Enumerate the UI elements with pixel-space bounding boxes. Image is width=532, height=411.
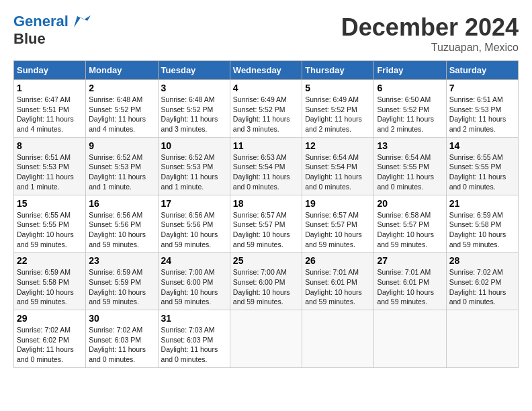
logo: General Blue <box>13 13 91 47</box>
calendar-cell: 13 Sunrise: 6:54 AMSunset: 5:55 PMDaylig… <box>374 137 446 195</box>
page-header: General Blue December 2024 Tuzuapan, Mex… <box>13 13 519 54</box>
day-number: 17 <box>161 198 227 209</box>
day-info: Sunrise: 6:51 AMSunset: 5:53 PMDaylight:… <box>449 95 506 133</box>
day-number: 5 <box>305 83 371 93</box>
day-info: Sunrise: 7:01 AMSunset: 6:01 PMDaylight:… <box>377 268 434 306</box>
day-info: Sunrise: 7:03 AMSunset: 6:03 PMDaylight:… <box>161 326 218 363</box>
calendar-row-1: 1 Sunrise: 6:47 AMSunset: 5:51 PMDayligh… <box>14 80 519 138</box>
calendar-cell <box>446 310 518 368</box>
calendar-cell: 5 Sunrise: 6:49 AMSunset: 5:52 PMDayligh… <box>302 80 374 138</box>
calendar-cell <box>374 310 446 368</box>
day-info: Sunrise: 6:49 AMSunset: 5:52 PMDaylight:… <box>233 95 290 133</box>
day-number: 25 <box>233 255 299 266</box>
col-tuesday: Tuesday <box>158 61 230 80</box>
calendar-row-4: 22 Sunrise: 6:59 AMSunset: 5:58 PMDaylig… <box>14 253 519 310</box>
day-info: Sunrise: 7:00 AMSunset: 6:00 PMDaylight:… <box>161 268 218 306</box>
day-number: 13 <box>377 140 443 151</box>
day-number: 21 <box>449 198 515 209</box>
day-number: 23 <box>89 255 154 266</box>
day-info: Sunrise: 6:59 AMSunset: 5:59 PMDaylight:… <box>89 268 146 306</box>
calendar-cell: 29 Sunrise: 7:02 AMSunset: 6:02 PMDaylig… <box>14 310 86 368</box>
calendar-cell: 17 Sunrise: 6:56 AMSunset: 5:56 PMDaylig… <box>158 195 230 253</box>
month-title: December 2024 <box>341 13 519 42</box>
day-number: 26 <box>305 255 371 266</box>
day-info: Sunrise: 6:55 AMSunset: 5:55 PMDaylight:… <box>449 153 506 191</box>
day-info: Sunrise: 6:49 AMSunset: 5:52 PMDaylight:… <box>305 95 362 133</box>
calendar-cell: 26 Sunrise: 7:01 AMSunset: 6:01 PMDaylig… <box>302 253 374 310</box>
day-number: 14 <box>449 140 515 151</box>
calendar-cell: 18 Sunrise: 6:57 AMSunset: 5:57 PMDaylig… <box>230 195 302 253</box>
day-number: 24 <box>161 255 227 266</box>
day-number: 9 <box>89 140 154 151</box>
day-number: 6 <box>377 83 443 93</box>
calendar-cell: 11 Sunrise: 6:53 AMSunset: 5:54 PMDaylig… <box>230 137 302 195</box>
calendar-cell: 23 Sunrise: 6:59 AMSunset: 5:59 PMDaylig… <box>86 253 158 310</box>
day-number: 20 <box>377 198 443 209</box>
day-number: 2 <box>89 83 154 93</box>
day-info: Sunrise: 6:56 AMSunset: 5:56 PMDaylight:… <box>89 211 146 248</box>
day-info: Sunrise: 6:58 AMSunset: 5:57 PMDaylight:… <box>377 211 434 248</box>
location: Tuzuapan, Mexico <box>341 42 519 54</box>
calendar-cell <box>230 310 302 368</box>
day-info: Sunrise: 7:02 AMSunset: 6:02 PMDaylight:… <box>17 326 74 363</box>
day-number: 18 <box>233 198 299 209</box>
col-monday: Monday <box>86 61 158 80</box>
day-info: Sunrise: 6:54 AMSunset: 5:55 PMDaylight:… <box>377 153 434 191</box>
calendar-cell: 16 Sunrise: 6:56 AMSunset: 5:56 PMDaylig… <box>86 195 158 253</box>
day-info: Sunrise: 6:57 AMSunset: 5:57 PMDaylight:… <box>305 211 362 248</box>
calendar-cell: 15 Sunrise: 6:55 AMSunset: 5:55 PMDaylig… <box>14 195 86 253</box>
calendar-cell: 1 Sunrise: 6:47 AMSunset: 5:51 PMDayligh… <box>14 80 86 138</box>
header-row: Sunday Monday Tuesday Wednesday Thursday… <box>14 61 519 80</box>
calendar-row-5: 29 Sunrise: 7:02 AMSunset: 6:02 PMDaylig… <box>14 310 519 368</box>
col-sunday: Sunday <box>14 61 86 80</box>
calendar-table: Sunday Monday Tuesday Wednesday Thursday… <box>13 60 519 368</box>
day-number: 3 <box>161 83 227 93</box>
day-number: 19 <box>305 198 371 209</box>
day-info: Sunrise: 6:51 AMSunset: 5:53 PMDaylight:… <box>17 153 74 191</box>
day-number: 15 <box>17 198 83 209</box>
day-info: Sunrise: 6:52 AMSunset: 5:53 PMDaylight:… <box>161 153 218 191</box>
calendar-cell: 21 Sunrise: 6:59 AMSunset: 5:58 PMDaylig… <box>446 195 518 253</box>
day-number: 1 <box>17 83 83 93</box>
day-number: 29 <box>17 313 83 324</box>
day-number: 4 <box>233 83 299 93</box>
calendar-cell: 31 Sunrise: 7:03 AMSunset: 6:03 PMDaylig… <box>158 310 230 368</box>
day-info: Sunrise: 6:52 AMSunset: 5:53 PMDaylight:… <box>89 153 146 191</box>
calendar-cell: 9 Sunrise: 6:52 AMSunset: 5:53 PMDayligh… <box>86 137 158 195</box>
day-info: Sunrise: 6:50 AMSunset: 5:52 PMDaylight:… <box>377 95 434 133</box>
calendar-cell: 27 Sunrise: 7:01 AMSunset: 6:01 PMDaylig… <box>374 253 446 310</box>
calendar-cell: 4 Sunrise: 6:49 AMSunset: 5:52 PMDayligh… <box>230 80 302 138</box>
calendar-cell: 28 Sunrise: 7:02 AMSunset: 6:02 PMDaylig… <box>446 253 518 310</box>
calendar-row-2: 8 Sunrise: 6:51 AMSunset: 5:53 PMDayligh… <box>14 137 519 195</box>
day-info: Sunrise: 6:56 AMSunset: 5:56 PMDaylight:… <box>161 211 218 248</box>
day-info: Sunrise: 6:59 AMSunset: 5:58 PMDaylight:… <box>449 211 506 248</box>
day-info: Sunrise: 7:02 AMSunset: 6:02 PMDaylight:… <box>449 268 506 306</box>
day-info: Sunrise: 6:53 AMSunset: 5:54 PMDaylight:… <box>233 153 290 191</box>
day-number: 10 <box>161 140 227 151</box>
day-number: 16 <box>89 198 154 209</box>
calendar-cell: 19 Sunrise: 6:57 AMSunset: 5:57 PMDaylig… <box>302 195 374 253</box>
day-number: 28 <box>449 255 515 266</box>
calendar-row-3: 15 Sunrise: 6:55 AMSunset: 5:55 PMDaylig… <box>14 195 519 253</box>
day-info: Sunrise: 7:01 AMSunset: 6:01 PMDaylight:… <box>305 268 362 306</box>
calendar-cell: 12 Sunrise: 6:54 AMSunset: 5:54 PMDaylig… <box>302 137 374 195</box>
col-saturday: Saturday <box>446 61 518 80</box>
calendar-cell <box>302 310 374 368</box>
day-info: Sunrise: 6:54 AMSunset: 5:54 PMDaylight:… <box>305 153 362 191</box>
col-friday: Friday <box>374 61 446 80</box>
day-number: 30 <box>89 313 154 324</box>
day-info: Sunrise: 6:59 AMSunset: 5:58 PMDaylight:… <box>17 268 74 306</box>
calendar-cell: 7 Sunrise: 6:51 AMSunset: 5:53 PMDayligh… <box>446 80 518 138</box>
calendar-cell: 2 Sunrise: 6:48 AMSunset: 5:52 PMDayligh… <box>86 80 158 138</box>
day-info: Sunrise: 6:48 AMSunset: 5:52 PMDaylight:… <box>161 95 218 133</box>
day-info: Sunrise: 6:55 AMSunset: 5:55 PMDaylight:… <box>17 211 74 248</box>
col-wednesday: Wednesday <box>230 61 302 80</box>
calendar-cell: 24 Sunrise: 7:00 AMSunset: 6:00 PMDaylig… <box>158 253 230 310</box>
calendar-cell: 6 Sunrise: 6:50 AMSunset: 5:52 PMDayligh… <box>374 80 446 138</box>
col-thursday: Thursday <box>302 61 374 80</box>
calendar-cell: 14 Sunrise: 6:55 AMSunset: 5:55 PMDaylig… <box>446 137 518 195</box>
day-number: 12 <box>305 140 371 151</box>
calendar-cell: 10 Sunrise: 6:52 AMSunset: 5:53 PMDaylig… <box>158 137 230 195</box>
calendar-cell: 25 Sunrise: 7:00 AMSunset: 6:00 PMDaylig… <box>230 253 302 310</box>
day-info: Sunrise: 7:00 AMSunset: 6:00 PMDaylight:… <box>233 268 290 306</box>
